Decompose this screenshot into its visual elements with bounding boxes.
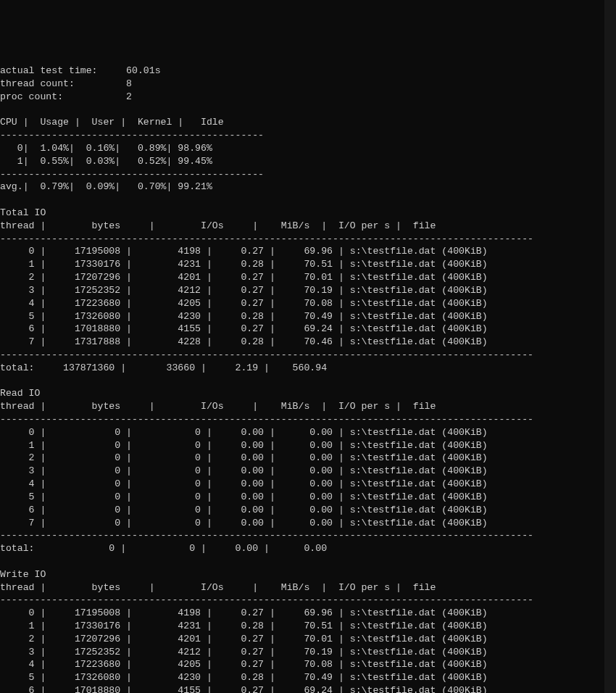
scrollbar[interactable] [604, 13, 616, 693]
terminal-output: actual test time: 60.01s thread count: 8… [0, 65, 616, 693]
